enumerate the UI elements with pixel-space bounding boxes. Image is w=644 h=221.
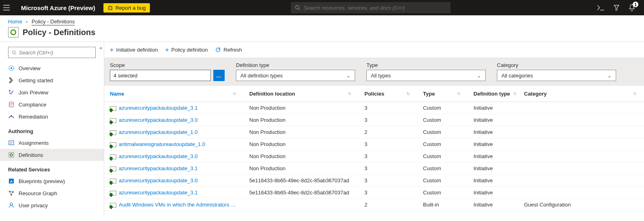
svg-rect-8 xyxy=(9,141,14,145)
table-row[interactable]: azuresecuritypackautoupdate_3.0Non Produ… xyxy=(104,150,644,163)
cell-def-type: Initiative xyxy=(468,175,518,187)
scope-picker-button[interactable]: … xyxy=(213,70,225,81)
table-row[interactable]: azuresecuritypackautoupdate_3.1Non Produ… xyxy=(104,102,644,114)
column-header-def-type[interactable]: Definition type↑↓ xyxy=(468,86,518,102)
hamburger-icon xyxy=(3,5,10,10)
collapse-sidebar-button[interactable]: « xyxy=(99,45,102,51)
type-select[interactable]: All types⌄ xyxy=(366,70,486,81)
cell-type: Custom xyxy=(417,114,468,126)
sidebar-item-label: Definitions xyxy=(19,152,43,158)
cell-location: Non Production xyxy=(244,102,359,114)
top-bar: Microsoft Azure (Preview) Report a bug 1 xyxy=(0,0,644,15)
table-row[interactable]: Audit Windows VMs in which the Administr… xyxy=(104,199,644,211)
chevron-down-icon: ⌄ xyxy=(346,73,351,79)
column-header-policies[interactable]: Policies↑↓ xyxy=(359,86,417,102)
cell-type: Custom xyxy=(417,150,468,163)
global-search[interactable] xyxy=(291,2,450,13)
global-search-input[interactable] xyxy=(303,5,446,11)
assignments-icon xyxy=(8,140,15,146)
page-title: Policy - Definitions xyxy=(23,28,95,37)
cell-type: Custom xyxy=(417,102,468,114)
sidebar-item-user-privacy[interactable]: User privacy xyxy=(0,199,104,211)
category-value: All categories xyxy=(501,73,533,79)
refresh-icon xyxy=(215,47,221,53)
sidebar-item-blueprints[interactable]: A Blueprints (preview) xyxy=(0,175,104,187)
definition-type-value: All definition types xyxy=(240,73,283,79)
column-header-category[interactable]: Category↑↓ xyxy=(518,86,644,102)
table-row[interactable]: antimalwaresignatureautoupdate_1.0Non Pr… xyxy=(104,138,644,150)
cell-location: 5e116433-8b65-49ec-8d2c-85ab367037ad xyxy=(244,175,359,187)
sidebar: « Overview Getting started Join Preview … xyxy=(0,42,104,218)
report-bug-label: Report a bug xyxy=(116,5,146,11)
join-preview-icon xyxy=(8,89,15,96)
initiative-icon xyxy=(110,191,116,196)
definition-type-select[interactable]: All definition types⌄ xyxy=(236,70,355,81)
category-select[interactable]: All categories⌄ xyxy=(497,70,616,81)
cell-name[interactable]: Audit Windows VMs in which the Administr… xyxy=(104,199,244,211)
table-row[interactable]: azuresecuritypackautoupdate_1.0Non Produ… xyxy=(104,126,644,138)
cell-policies: 3 xyxy=(359,163,417,175)
cloud-shell-icon[interactable] xyxy=(597,4,604,11)
cell-name[interactable]: azuresecuritypackautoupdate_3.0 xyxy=(104,175,244,187)
breadcrumb-home[interactable]: Home xyxy=(8,19,22,25)
cell-name[interactable]: azuresecuritypackautoupdate_3.1 xyxy=(104,163,244,175)
sidebar-item-getting-started[interactable]: Getting started xyxy=(0,74,104,86)
cell-location: Non Production xyxy=(244,150,359,163)
sidebar-item-label: Remediation xyxy=(19,114,48,120)
sort-arrows-icon: ↑↓ xyxy=(233,91,236,96)
table-row[interactable]: azuresecuritypackautoupdate_3.15e116433-… xyxy=(104,187,644,199)
cell-name[interactable]: azuresecuritypackautoupdate_3.1 xyxy=(104,187,244,199)
filter-icon[interactable] xyxy=(613,4,620,11)
cell-name[interactable]: azuresecuritypackautoupdate_3.1 xyxy=(104,102,244,114)
hamburger-menu-button[interactable] xyxy=(3,5,16,10)
top-icons: 1 xyxy=(591,4,641,11)
table-row[interactable]: azuresecuritypackautoupdate_3.05e116433-… xyxy=(104,175,644,187)
definitions-table-wrapper[interactable]: Name↑↓ Definition location↑↓ Policies↑↓ … xyxy=(104,86,644,218)
refresh-label: Refresh xyxy=(223,47,242,53)
scope-input[interactable]: 4 selected xyxy=(110,70,211,81)
cell-policies: 2 xyxy=(359,199,417,211)
cell-name[interactable]: azuresecuritypackautoupdate_3.0 xyxy=(104,114,244,126)
sidebar-item-compliance[interactable]: Compliance xyxy=(0,98,104,110)
cell-location: Non Production xyxy=(244,126,359,138)
table-row[interactable]: azuresecuritypackautoupdate_3.1Non Produ… xyxy=(104,163,644,175)
sidebar-search-input[interactable] xyxy=(19,50,92,56)
breadcrumb-current[interactable]: Policy - Definitions xyxy=(32,19,75,25)
sidebar-item-remediation[interactable]: Remediation xyxy=(0,110,104,123)
type-value: All types xyxy=(371,73,391,79)
column-header-type[interactable]: Type↑↓ xyxy=(417,86,468,102)
table-row[interactable]: azuresecuritypackautoupdate_3.0Non Produ… xyxy=(104,114,644,126)
cell-def-type: Initiative xyxy=(468,114,518,126)
sidebar-item-definitions[interactable]: Definitions xyxy=(0,149,104,161)
cell-category xyxy=(518,138,644,150)
breadcrumb: Home › Policy - Definitions xyxy=(0,15,644,26)
filter-category: Category All categories⌄ xyxy=(497,62,616,81)
cell-name[interactable]: antimalwaresignatureautoupdate_1.0 xyxy=(104,138,244,150)
column-header-location[interactable]: Definition location↑↓ xyxy=(244,86,359,102)
add-initiative-button[interactable]: +Initiative definition xyxy=(110,46,158,54)
sidebar-item-overview[interactable]: Overview xyxy=(0,62,104,74)
sidebar-item-join-preview[interactable]: Join Preview xyxy=(0,86,104,98)
brand-title[interactable]: Microsoft Azure (Preview) xyxy=(16,4,100,11)
filter-bar: Scope 4 selected … Definition type All d… xyxy=(104,58,644,86)
cell-def-type: Initiative xyxy=(468,126,518,138)
sidebar-search[interactable] xyxy=(8,47,96,58)
cell-def-type: Initiative xyxy=(468,102,518,114)
cell-def-type: Initiative xyxy=(468,163,518,175)
compliance-icon xyxy=(8,101,15,108)
scope-label: Scope xyxy=(110,62,225,68)
report-bug-button[interactable]: Report a bug xyxy=(103,3,150,13)
filter-scope: Scope 4 selected … xyxy=(110,62,225,81)
notifications-button[interactable]: 1 xyxy=(629,4,635,11)
add-policy-button[interactable]: +Policy definition xyxy=(165,46,208,54)
sidebar-item-resource-graph[interactable]: Resource Graph xyxy=(0,187,104,199)
cell-name[interactable]: azuresecuritypackautoupdate_1.0 xyxy=(104,126,244,138)
sort-arrows-icon: ↑↓ xyxy=(633,91,636,96)
column-header-name[interactable]: Name↑↓ xyxy=(104,86,244,102)
sidebar-item-assignments[interactable]: Assignments xyxy=(0,137,104,149)
cell-category xyxy=(518,150,644,163)
chevron-down-icon: ⌄ xyxy=(477,73,481,79)
refresh-button[interactable]: Refresh xyxy=(215,47,242,53)
cell-name[interactable]: azuresecuritypackautoupdate_3.0 xyxy=(104,150,244,163)
cell-type: Custom xyxy=(417,163,468,175)
